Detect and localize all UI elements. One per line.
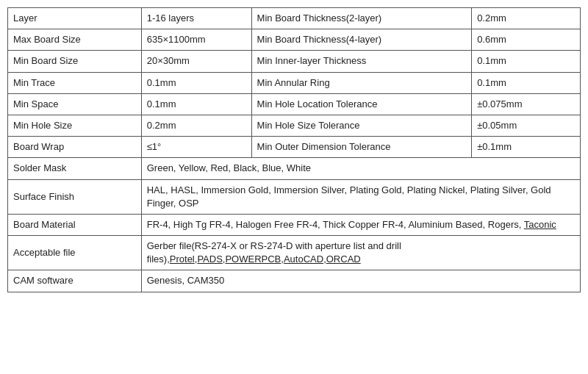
row-value1-6: ≤1° (141, 137, 251, 158)
row-label2-2: Min Inner-layer Thickness (251, 51, 472, 72)
row-value1-5: 0.2mm (141, 115, 251, 136)
row-label2-3: Min Annular Ring (251, 72, 472, 93)
row-value2-3: 0.1mm (472, 72, 581, 93)
row-value2-2: 0.1mm (472, 51, 581, 72)
row-value-span-11: Genesis, CAM350 (141, 270, 580, 292)
row-value1-3: 0.1mm (141, 72, 251, 93)
row-label-3: Min Trace (8, 72, 142, 93)
row-value2-0: 0.2mm (472, 8, 581, 29)
row-label-2: Min Board Size (8, 51, 142, 72)
row-label2-4: Min Hole Location Tolerance (251, 93, 472, 115)
row-label-7: Solder Mask (8, 158, 142, 179)
row-label-10: Acceptable file (8, 236, 142, 270)
row-label-11: CAM software (8, 270, 142, 292)
row-label-6: Board Wrap (8, 137, 142, 158)
row-value-span-8: HAL, HASL, Immersion Gold, Immersion Sil… (141, 179, 580, 214)
row-label2-0: Min Board Thickness(2-layer) (251, 8, 472, 29)
row-value2-6: ±0.1mm (472, 137, 581, 158)
row-value2-5: ±0.05mm (472, 115, 581, 136)
row-value2-4: ±0.075mm (472, 93, 581, 115)
row-label-9: Board Material (8, 214, 142, 235)
row-value-span-7: Green, Yellow, Red, Black, Blue, White (141, 158, 580, 179)
row-label-5: Min Hole Size (8, 115, 142, 136)
row-value2-1: 0.6mm (472, 29, 581, 51)
row-label2-1: Min Board Thickness(4-layer) (251, 29, 472, 51)
specs-table-wrapper: Layer1-16 layersMin Board Thickness(2-la… (7, 7, 581, 292)
row-label-0: Layer (8, 8, 142, 29)
row-value1-0: 1-16 layers (141, 8, 251, 29)
row-value-span-10: Gerber file(RS-274-X or RS-274-D with ap… (141, 236, 580, 270)
row-value1-1: 635×1100mm (141, 29, 251, 51)
row-label-1: Max Board Size (8, 29, 142, 51)
row-label-8: Surface Finish (8, 179, 142, 214)
row-value-span-9: FR-4, High Tg FR-4, Halogen Free FR-4, T… (141, 214, 580, 235)
row-label-4: Min Space (8, 93, 142, 115)
row-value1-4: 0.1mm (141, 93, 251, 115)
row-label2-6: Min Outer Dimension Tolerance (251, 137, 472, 158)
specs-table: Layer1-16 layersMin Board Thickness(2-la… (7, 7, 581, 292)
row-value1-2: 20×30mm (141, 51, 251, 72)
row-label2-5: Min Hole Size Tolerance (251, 115, 472, 136)
